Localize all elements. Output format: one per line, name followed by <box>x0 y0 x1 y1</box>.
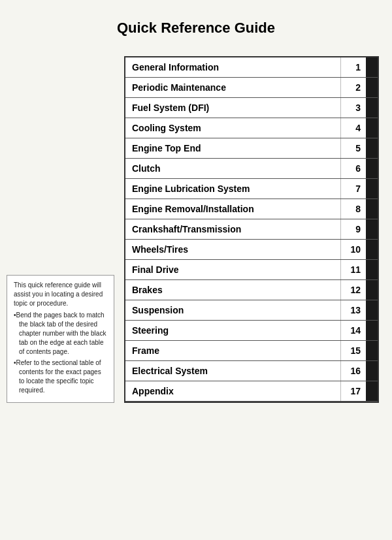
toc-row[interactable]: General Information1 <box>125 57 378 78</box>
toc-row[interactable]: Crankshaft/Transmission9 <box>125 219 378 240</box>
toc-number: 10 <box>341 240 366 259</box>
chapter-tab <box>366 118 378 138</box>
toc-number: 15 <box>341 341 366 360</box>
toc-label: General Information <box>125 57 341 77</box>
toc-row[interactable]: Frame15 <box>125 341 378 361</box>
toc-label: Clutch <box>125 159 341 178</box>
chapter-tab <box>366 78 378 97</box>
toc-label: Frame <box>125 341 341 360</box>
toc-table: General Information1Periodic Maintenance… <box>124 56 379 403</box>
chapter-tab <box>366 381 378 401</box>
toc-number: 3 <box>341 98 366 118</box>
toc-number: 7 <box>341 179 366 199</box>
toc-label: Steering <box>125 321 341 340</box>
toc-label: Engine Top End <box>125 138 341 158</box>
chapter-tab <box>366 300 378 320</box>
toc-number: 4 <box>341 118 366 138</box>
toc-number: 1 <box>341 57 366 77</box>
chapter-tab <box>366 138 378 158</box>
toc-row[interactable]: Cooling System4 <box>125 118 378 138</box>
toc-number: 16 <box>341 361 366 381</box>
toc-row[interactable]: Appendix17 <box>125 381 378 402</box>
note-bullet-1: •Bend the pages back to match the black … <box>14 311 107 357</box>
reference-note: This quick reference guide will assist y… <box>7 275 114 403</box>
toc-container: General Information1Periodic Maintenance… <box>124 56 379 403</box>
note-intro: This quick reference guide will assist y… <box>14 281 107 308</box>
chapter-tab <box>366 341 378 360</box>
toc-label: Final Drive <box>125 260 341 279</box>
chapter-tab <box>366 240 378 259</box>
toc-row[interactable]: Final Drive11 <box>125 260 378 280</box>
toc-row[interactable]: Periodic Maintenance2 <box>125 78 378 98</box>
toc-label: Periodic Maintenance <box>125 78 341 97</box>
toc-label: Cooling System <box>125 118 341 138</box>
chapter-tab <box>366 179 378 199</box>
chapter-tab <box>366 280 378 300</box>
toc-label: Wheels/Tires <box>125 240 341 259</box>
toc-number: 11 <box>341 260 366 279</box>
toc-number: 9 <box>341 219 366 239</box>
toc-label: Appendix <box>125 381 341 401</box>
chapter-tab <box>366 260 378 279</box>
toc-number: 2 <box>341 78 366 97</box>
chapter-tab <box>366 57 378 77</box>
toc-number: 13 <box>341 300 366 320</box>
toc-label: Electrical System <box>125 361 341 381</box>
toc-row[interactable]: Engine Lubrication System7 <box>125 179 378 199</box>
toc-label: Suspension <box>125 300 341 320</box>
toc-row[interactable]: Engine Removal/Installation8 <box>125 199 378 219</box>
toc-row[interactable]: Steering14 <box>125 321 378 341</box>
chapter-tab <box>366 199 378 219</box>
toc-row[interactable]: Engine Top End5 <box>125 138 378 159</box>
toc-row[interactable]: Suspension13 <box>125 300 378 321</box>
chapter-tab <box>366 361 378 381</box>
toc-row[interactable]: Brakes12 <box>125 280 378 300</box>
toc-number: 17 <box>341 381 366 401</box>
toc-number: 8 <box>341 199 366 219</box>
note-bullet-2: •Refer to the sectional table of content… <box>14 358 107 395</box>
toc-number: 6 <box>341 159 366 178</box>
toc-number: 5 <box>341 138 366 158</box>
toc-row[interactable]: Electrical System16 <box>125 361 378 381</box>
toc-row[interactable]: Clutch6 <box>125 159 378 179</box>
toc-label: Engine Lubrication System <box>125 179 341 199</box>
toc-number: 12 <box>341 280 366 300</box>
toc-label: Brakes <box>125 280 341 300</box>
page-title: Quick Reference Guide <box>13 20 379 37</box>
toc-label: Engine Removal/Installation <box>125 199 341 219</box>
toc-label: Crankshaft/Transmission <box>125 219 341 239</box>
toc-row[interactable]: Wheels/Tires10 <box>125 240 378 260</box>
chapter-tab <box>366 159 378 178</box>
toc-row[interactable]: Fuel System (DFI)3 <box>125 98 378 118</box>
toc-label: Fuel System (DFI) <box>125 98 341 118</box>
chapter-tab <box>366 321 378 340</box>
chapter-tab <box>366 98 378 118</box>
toc-number: 14 <box>341 321 366 340</box>
chapter-tab <box>366 219 378 239</box>
